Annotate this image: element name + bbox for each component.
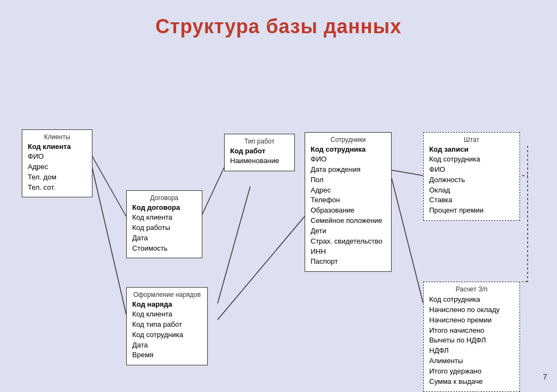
- orders-pk: Код наряда: [132, 300, 202, 308]
- contracts-field-3: Стоимость: [132, 244, 196, 254]
- contracts-pk: Код договора: [132, 203, 196, 211]
- orders-field-3: Дата: [132, 340, 202, 351]
- employees-field-8: Страх. свидетельство: [311, 237, 386, 247]
- clients-field-1: Адрес: [28, 162, 86, 172]
- svg-line-0: [91, 154, 126, 216]
- contracts-entity: Договора Код договора Код клиента Код ра…: [126, 190, 202, 258]
- orders-field-1: Код типа работ: [132, 320, 202, 330]
- employees-entity: Сотрудники Код сотрудника ФИО Дата рожде…: [305, 132, 392, 272]
- employees-field-9: ИНН: [311, 247, 386, 257]
- salary-field-3: Итого начислено: [429, 326, 514, 336]
- salary-field-5: НДФЛ: [429, 346, 514, 356]
- employees-field-0: ФИО: [311, 154, 386, 165]
- contracts-title: Договора: [132, 194, 196, 202]
- salary-entity: Расчет З/п Код сотрудника Начислено по о…: [423, 282, 520, 392]
- employees-title: Сотрудники: [311, 136, 386, 144]
- svg-line-5: [392, 170, 423, 176]
- svg-line-1: [91, 162, 126, 314]
- page-title: Структура базы данных: [0, 0, 557, 48]
- employees-field-5: Образование: [311, 206, 386, 216]
- staff-field-0: Код сотрудника: [429, 154, 514, 165]
- staff-field-1: ФИО: [429, 165, 514, 175]
- svg-line-2: [201, 167, 224, 216]
- employees-field-3: Адрес: [311, 185, 386, 196]
- salary-field-8: Сумма к выдаче: [429, 377, 514, 387]
- staff-field-3: Оклад: [429, 185, 514, 196]
- employees-field-4: Телефон: [311, 195, 386, 206]
- orders-entity: Оформление нарядов Код наряда Код клиент…: [126, 287, 208, 365]
- orders-field-0: Код клиента: [132, 309, 202, 320]
- staff-entity: Штат Код записи Код сотрудника ФИО Должн…: [423, 132, 520, 221]
- clients-entity: Клиенты Код клиента ФИО Адрес Тел. дом Т…: [22, 129, 92, 197]
- svg-line-3: [218, 186, 250, 303]
- employees-field-2: Пол: [311, 175, 386, 185]
- staff-title: Штат: [429, 136, 514, 144]
- salary-field-4: Вычеты по НДФЛ: [429, 335, 514, 346]
- salary-field-1: Начислено по окладу: [429, 305, 514, 315]
- employees-field-6: Семейное положение: [311, 216, 386, 226]
- orders-field-4: Время: [132, 350, 202, 360]
- clients-pk: Код клиента: [28, 142, 86, 151]
- staff-pk: Код записи: [429, 145, 514, 153]
- worktypes-title: Тип работ: [230, 138, 289, 145]
- contracts-field-0: Код клиента: [132, 213, 196, 223]
- worktypes-pk: Код работ: [230, 147, 289, 155]
- orders-field-2: Код сотрудника: [132, 330, 202, 340]
- salary-field-0: Код сотрудника: [429, 295, 514, 305]
- clients-field-0: ФИО: [28, 152, 86, 162]
- salary-title: Расчет З/п: [429, 285, 514, 293]
- employees-pk: Код сотрудника: [311, 145, 386, 153]
- staff-field-5: Процент премии: [429, 206, 514, 216]
- worktypes-entity: Тип работ Код работ Наименование: [224, 134, 295, 171]
- staff-field-2: Должность: [429, 175, 514, 185]
- staff-field-4: Ставка: [429, 195, 514, 206]
- clients-field-3: Тел. сот.: [28, 183, 86, 193]
- page-number: 7: [543, 372, 547, 381]
- employees-field-7: Дети: [311, 226, 386, 237]
- worktypes-field-0: Наименование: [230, 156, 289, 166]
- salary-field-2: Начислено премии: [429, 315, 514, 326]
- employees-field-1: Дата рождения: [311, 165, 386, 175]
- salary-field-7: Итого удержано: [429, 366, 514, 377]
- contracts-field-2: Дата: [132, 233, 196, 244]
- orders-title: Оформление нарядов: [132, 291, 202, 298]
- svg-line-6: [392, 178, 423, 303]
- salary-field-6: Алименты: [429, 356, 514, 366]
- contracts-field-1: Код работы: [132, 223, 196, 233]
- employees-field-10: Паспорт: [311, 257, 386, 267]
- clients-field-2: Тел. дом: [28, 172, 86, 183]
- svg-line-4: [218, 216, 305, 320]
- clients-title: Клиенты: [28, 133, 86, 141]
